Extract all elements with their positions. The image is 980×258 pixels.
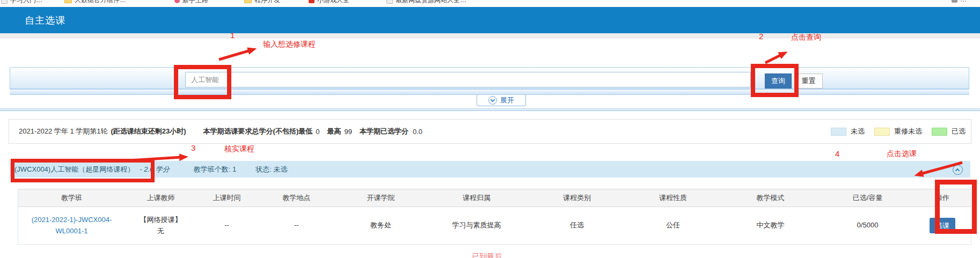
bookmark-item[interactable]: 程序开发 [244, 0, 280, 5]
col-category: 课程类别 [528, 189, 626, 207]
course-search-input[interactable] [185, 72, 751, 87]
section-divider-bar [0, 108, 980, 111]
cell-place: -- [257, 207, 336, 244]
folder-icon [64, 0, 72, 3]
cell-college: 教务处 [336, 207, 426, 244]
selected-swatch [932, 128, 947, 136]
annotation-step4-number: 4 [835, 149, 839, 158]
annotation-step3-label: 核实课程 [224, 144, 254, 154]
reset-button[interactable]: 重置 [794, 73, 823, 89]
cell-time: -- [196, 207, 257, 244]
annotation-step2-label: 点击查询 [791, 33, 821, 42]
credit-value: 2.0 学分 [144, 165, 170, 173]
folder-icon [244, 0, 252, 3]
annotation-step4-label: 点击选课 [887, 149, 917, 159]
credit-prefix: - [140, 165, 144, 173]
bookmark-item[interactable]: 新手上路 [174, 0, 208, 5]
credit-min-value: 0 [316, 128, 319, 136]
col-teaching-class: 教学班 [18, 189, 125, 207]
bookmark-overflow[interactable]: … [952, 0, 967, 3]
course-title: (JWCX004)人工智能（超星网络课程） [14, 165, 134, 174]
unselected-swatch [831, 128, 846, 136]
col-college: 开课学院 [336, 189, 426, 207]
expand-label: 展开 [500, 95, 514, 105]
col-nature: 课程性质 [626, 189, 720, 207]
legend-label: 已选 [952, 127, 966, 136]
credit-requirement-label: 本学期选课要求总学分(不包括)最低 [203, 127, 313, 136]
chevron-down-icon [488, 96, 497, 105]
legend-label: 重修未选 [894, 127, 922, 136]
page-header: 自主选课 [0, 7, 980, 33]
bookmark-item[interactable]: 小游戏大全 [309, 0, 349, 5]
selected-credit-value: 0.0 [413, 128, 422, 136]
table-row: (2021-2022-1)-JWCX004-WL0001-1 【网络授课】 无 … [18, 207, 971, 245]
page-icon [386, 0, 393, 4]
col-action: 操作 [914, 189, 971, 207]
bookmark-item[interactable]: 大数据官方组件… [64, 0, 126, 5]
cell-nature: 公任 [626, 207, 720, 244]
round-text: 第1轮 [90, 127, 107, 136]
table-header-row: 教学班 上课教师 上课时间 教学地点 开课学院 课程归属 课程类别 课程性质 教… [18, 189, 971, 207]
annotation-step2-number: 2 [759, 32, 763, 41]
bookmark-label: 学习入门… [10, 0, 42, 5]
bookmark-label: 新手上路 [182, 0, 208, 5]
query-button[interactable]: 查询 [765, 73, 792, 89]
bookmark-label: 最新网盘资源网站大全… [396, 0, 466, 5]
badge-icon [309, 0, 315, 3]
col-teacher: 上课教师 [125, 189, 196, 207]
header-divider [0, 33, 980, 39]
class-name-link[interactable]: (2021-2022-1)-JWCX004-WL0001-1 [18, 215, 125, 236]
browser-bookmarks-bar: 学习入门… 大数据官方组件… 新手上路 程序开发 小游戏大全 最新网盘资源网站大… [0, 0, 980, 7]
annotation-step1-label: 输入想选修课程 [263, 40, 316, 49]
bookmark-item[interactable]: 学习入门… [1, 0, 42, 5]
countdown-text: (距选课结束还剩23小时) [111, 127, 186, 136]
cell-capacity: 0/5000 [821, 207, 914, 244]
course-status: 状态: 未选 [255, 165, 287, 174]
select-course-button[interactable]: 选课 [930, 218, 955, 233]
page-title: 自主选课 [25, 14, 65, 27]
cell-belonging: 学习与素质提高 [426, 207, 528, 244]
teaching-class-table: 教学班 上课教师 上课时间 教学地点 开课学院 课程归属 课程类别 课程性质 教… [18, 189, 971, 245]
legend-item-selected: 已选 [932, 127, 966, 136]
bookmark-overflow-label: … [960, 0, 967, 3]
col-capacity: 已选/容量 [821, 189, 914, 207]
annotation-step3-number: 3 [191, 143, 195, 152]
search-panel: 查询 重置 [10, 67, 969, 89]
page-icon [1, 0, 8, 4]
annotation-step1-number: 1 [230, 31, 235, 40]
bookmark-label: 小游戏大全 [317, 0, 349, 5]
retake-swatch [874, 128, 890, 136]
col-mode: 教学模式 [720, 189, 821, 207]
end-of-list-text: 已到最后... [10, 252, 970, 258]
course-group-bar[interactable]: (JWCX004)人工智能（超星网络课程） - 2.0 学分 教学班个数: 1 … [10, 161, 970, 178]
bookmark-label: 大数据官方组件… [75, 0, 126, 5]
col-belonging: 课程归属 [426, 189, 528, 207]
cell-category: 任选 [528, 207, 626, 244]
class-count: 教学班个数: 1 [194, 165, 236, 174]
legend-item-retake: 重修未选 [874, 127, 922, 136]
expand-toggle[interactable]: 展开 [477, 95, 526, 106]
legend-label: 未选 [851, 127, 865, 136]
status-legend: 未选 重修未选 已选 [831, 120, 966, 143]
legend-item-unselected: 未选 [831, 127, 865, 136]
device-icon [952, 0, 957, 3]
search-panel-bottom-bar [10, 89, 969, 95]
col-time: 上课时间 [196, 189, 257, 207]
term-text: 2021-2022 学年 1 学期 [19, 127, 90, 136]
cell-mode: 中文教学 [720, 207, 821, 244]
cell-teacher: 【网络授课】 无 [125, 207, 196, 244]
credit-max-label: 最高 [327, 127, 341, 136]
col-place: 教学地点 [257, 189, 336, 207]
selected-credit-label: 本学期已选学分 [360, 127, 408, 136]
bookmark-item[interactable]: 最新网盘资源网站大全… [386, 0, 466, 5]
dot-icon [174, 0, 180, 3]
course-credit: - 2.0 学分 [140, 165, 170, 174]
chevron-up-icon[interactable] [953, 165, 963, 175]
credit-max-value: 99 [345, 128, 352, 136]
bookmark-label: 程序开发 [254, 0, 280, 5]
term-info-bar: 2021-2022 学年 1 学期 第1轮 (距选课结束还剩23小时) 本学期选… [9, 119, 971, 144]
